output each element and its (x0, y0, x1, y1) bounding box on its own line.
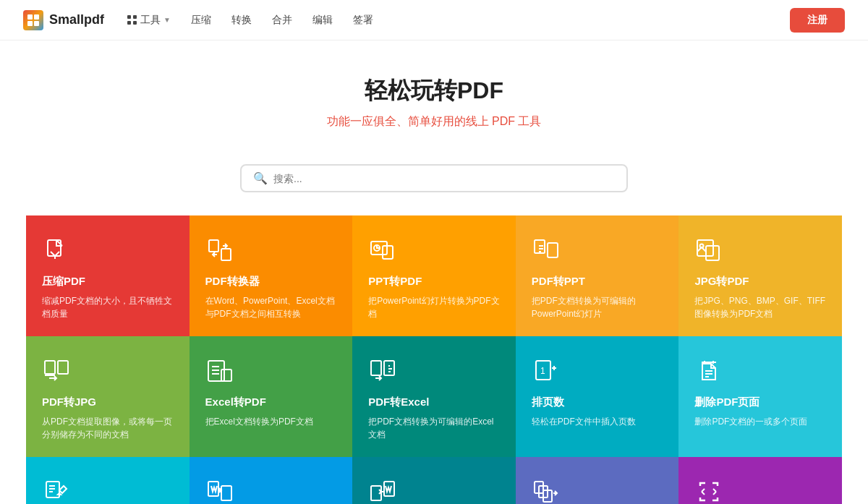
tool-title: PDF转PPT (532, 275, 663, 289)
nav-links: 工具 ▼ 压缩 转换 合并 编辑 签署 (127, 14, 790, 27)
pdf-to-ppt-icon (532, 236, 561, 265)
excel-to-pdf-icon (205, 356, 234, 385)
tool-desc: 从PDF文档提取图像，或将每一页分别储存为不同的文档 (42, 415, 174, 441)
hero-subtitle: 功能一应俱全、简单好用的线上 PDF 工具 (23, 114, 845, 129)
split-pdf-icon (694, 477, 723, 504)
tool-jpg-to-pdf[interactable]: JPG转PDF 把JPG、PNG、BMP、GIF、TIFF 图像转换为PDF文档 (678, 215, 842, 336)
grid-icon (127, 15, 137, 25)
tool-desc: 在Word、PowerPoint、Excel文档与PDF文档之间相互转换 (205, 294, 337, 320)
tool-desc: 缩减PDF文档的大小，且不牺牲文档质量 (42, 294, 174, 320)
ppt-to-pdf-icon (368, 236, 397, 265)
tool-desc: 把JPG、PNG、BMP、GIF、TIFF 图像转换为PDF文档 (694, 294, 826, 320)
page-numbers-icon: 1 (532, 356, 561, 385)
tool-title: PDF转JPG (42, 396, 174, 409)
delete-pages-icon (694, 356, 723, 385)
tool-edit-pdf[interactable]: PDF编辑 向PDF文档添加文本、形状、图片和自由注释 (26, 457, 190, 504)
nav-item-sign[interactable]: 签署 (353, 14, 373, 27)
navbar-right: 注册 (790, 8, 845, 33)
search-input[interactable] (273, 173, 615, 184)
tool-pdf-converter[interactable]: PDF转换器 在Word、PowerPoint、Excel文档与PDF文档之间相… (190, 215, 353, 336)
search-bar: 🔍 (240, 164, 628, 192)
hero-title: 轻松玩转PDF (23, 75, 845, 107)
tool-merge-pdf[interactable]: 合并PDF 把多个PDF文档合并为一个PDF文档 (516, 457, 679, 504)
svg-rect-5 (209, 240, 218, 252)
logo-text: Smallpdf (49, 12, 104, 27)
tool-pdf-to-excel[interactable]: PDF转Excel 把PDF文档转换为可编辑的Excel文档 (352, 336, 516, 457)
tool-pdf-to-jpg[interactable]: PDF转JPG 从PDF文档提取图像，或将每一页分别储存为不同的文档 (26, 336, 190, 457)
svg-rect-31 (221, 486, 231, 500)
logo[interactable]: Smallpdf (23, 10, 104, 30)
register-button[interactable]: 注册 (790, 8, 845, 33)
word-to-pdf-icon (205, 477, 234, 504)
nav-item-compress[interactable]: 压缩 (191, 14, 211, 27)
merge-pdf-icon (532, 477, 561, 504)
svg-rect-15 (45, 361, 55, 374)
tool-split-pdf[interactable]: PDF分割 从PDF文档提取特定页面，或将每一页储存为单独文档 (678, 457, 842, 504)
tool-title: JPG转PDF (694, 275, 826, 289)
tool-title: 压缩PDF (42, 275, 174, 289)
nav-item-tools[interactable]: 工具 ▼ (127, 14, 171, 27)
svg-rect-0 (27, 14, 33, 20)
pdf-to-word-icon (368, 477, 397, 504)
svg-rect-18 (221, 370, 231, 381)
svg-rect-16 (58, 361, 68, 374)
tool-desc: 把PowerPoint幻灯片转换为PDF文档 (368, 294, 500, 320)
svg-rect-2 (27, 21, 33, 26)
nav-item-convert[interactable]: 转换 (231, 14, 252, 27)
tool-title: PDF转Excel (368, 396, 500, 409)
tool-title: Excel转PDF (205, 396, 337, 409)
tool-desc: 删除PDF文档的一或多个页面 (694, 415, 826, 428)
svg-rect-6 (221, 249, 231, 260)
tools-grid: 压缩PDF 缩减PDF文档的大小，且不牺牲文档质量 PDF转换器 在Word、P… (14, 215, 854, 504)
svg-rect-11 (548, 243, 558, 257)
svg-rect-1 (34, 14, 39, 20)
nav-item-merge[interactable]: 合并 (272, 14, 292, 27)
logo-icon (23, 10, 43, 30)
svg-line-38 (702, 492, 705, 495)
jpg-to-pdf-icon (694, 236, 723, 265)
pdf-converter-icon (205, 236, 234, 265)
compress-pdf-icon (42, 236, 71, 265)
search-container: 🔍 (217, 164, 651, 192)
edit-pdf-icon (42, 477, 71, 504)
svg-rect-19 (371, 361, 381, 375)
svg-text:1: 1 (540, 366, 545, 376)
tool-pdf-to-ppt[interactable]: PDF转PPT 把PDF文档转换为可编辑的PowerPoint幻灯片 (516, 215, 679, 336)
tool-desc: 把PDF文档转换为可编辑的Excel文档 (368, 415, 500, 441)
tool-excel-to-pdf[interactable]: Excel转PDF 把Excel文档转换为PDF文档 (190, 336, 353, 457)
pdf-to-excel-icon (368, 356, 397, 385)
tool-compress-pdf[interactable]: 压缩PDF 缩减PDF文档的大小，且不牺牲文档质量 (26, 215, 190, 336)
navbar: Smallpdf 工具 ▼ 压缩 转换 合并 编辑 签署 注册 (0, 0, 868, 40)
tool-desc: 轻松在PDF文件中插入页数 (532, 415, 663, 428)
tool-pdf-to-word[interactable]: PDF转Word 把PDF文档转换为可编辑的Word文档 (352, 457, 516, 504)
tool-desc: 把Excel文档转换为PDF文档 (205, 415, 337, 428)
tool-title: PDF转换器 (205, 275, 337, 289)
tool-title: 排页数 (532, 396, 663, 409)
nav-item-edit[interactable]: 编辑 (312, 14, 333, 27)
hero-section: 轻松玩转PDF 功能一应俱全、简单好用的线上 PDF 工具 (0, 40, 868, 147)
tool-desc: 把PDF文档转换为可编辑的PowerPoint幻灯片 (532, 294, 663, 320)
tool-delete-pages[interactable]: 删除PDF页面 删除PDF文档的一或多个页面 (678, 336, 842, 457)
svg-line-40 (713, 492, 716, 495)
pdf-to-jpg-icon (42, 356, 71, 385)
svg-rect-3 (34, 21, 39, 26)
tool-title: PPT转PDF (368, 275, 500, 289)
tool-title: 删除PDF页面 (694, 396, 826, 409)
tool-page-numbers[interactable]: 1 排页数 轻松在PDF文件中插入页数 (516, 336, 679, 457)
search-icon: 🔍 (253, 171, 268, 185)
tool-ppt-to-pdf[interactable]: PPT转PDF 把PowerPoint幻灯片转换为PDF文档 (352, 215, 516, 336)
chevron-down-icon: ▼ (163, 16, 171, 24)
tool-word-to-pdf[interactable]: Word转PDF 把Word文档转换为PDF文档 (190, 457, 353, 504)
